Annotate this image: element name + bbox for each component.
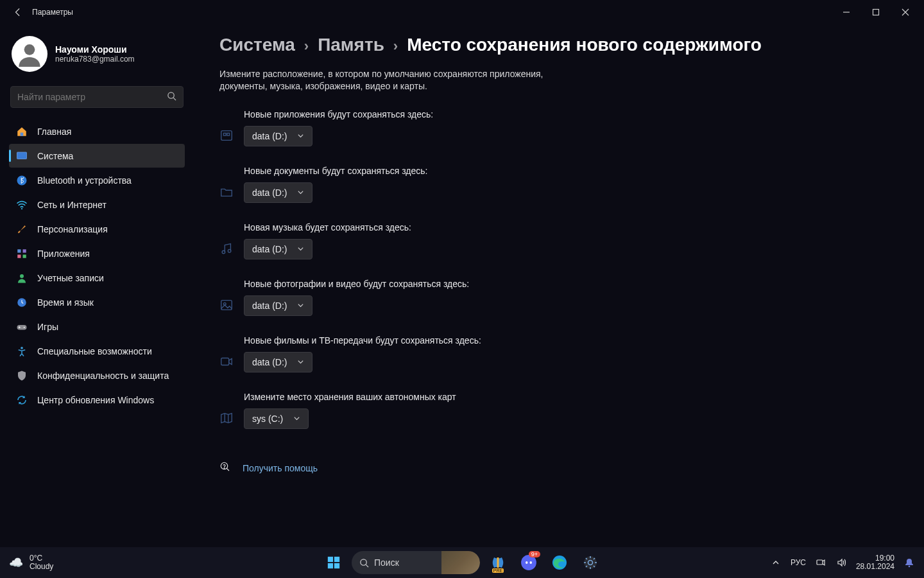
chevron-down-icon [297,188,304,198]
nav-time-language[interactable]: Время и язык [9,290,185,314]
close-button[interactable] [891,3,920,22]
taskbar-tray: РУС 19:00 28.01.2024 [770,554,915,571]
breadcrumb: Система › Память › Место сохранения ново… [219,35,905,55]
setting-dropdown[interactable]: data (D:) [244,126,312,146]
svg-point-37 [530,561,532,564]
dropdown-value: sys (C:) [252,414,283,424]
nav-system[interactable]: Система [9,144,185,168]
minimize-button[interactable] [832,3,861,22]
nav-accounts[interactable]: Учетные записи [9,266,185,290]
nav-label: Учетные записи [37,273,104,283]
svg-rect-26 [221,358,229,365]
profile-email: neruka783@gmail.com [55,55,135,64]
taskbar-edge[interactable] [547,550,572,575]
svg-point-18 [21,346,23,349]
breadcrumb-system[interactable]: Система [219,35,295,55]
setting-dropdown[interactable]: data (D:) [244,182,312,203]
map-icon [219,411,235,426]
svg-point-14 [20,274,24,278]
user-icon [15,272,28,285]
svg-point-33 [361,559,366,565]
svg-point-8 [17,175,27,185]
help-link[interactable]: Получить помощь [243,463,318,473]
nav-network[interactable]: Сеть и Интернет [9,193,185,216]
dropdown-value: data (D:) [252,131,287,141]
nav-label: Приложения [37,249,90,259]
tray-chevron-up-icon[interactable] [770,557,782,568]
help-icon [219,461,231,475]
svg-rect-11 [23,249,26,252]
search-icon [167,91,176,103]
search-icon [359,558,369,568]
nav-personalization[interactable]: Персонализация [9,217,185,241]
cloud-icon: ☁️ [9,556,23,570]
folder-icon [219,185,235,200]
nav-accessibility[interactable]: Специальные возможности [9,339,185,363]
nav-privacy[interactable]: Конфиденциальность и защита [9,363,185,387]
tray-clock[interactable]: 19:00 28.01.2024 [856,554,894,571]
setting-documents: Новые документы будут сохраняться здесь:… [219,166,905,203]
search-input[interactable] [17,92,167,102]
profile-block[interactable]: Науоми Хороши neruka783@gmail.com [9,33,185,82]
dropdown-value: data (D:) [252,357,287,367]
nav-home[interactable]: Главная [9,119,185,143]
update-icon [15,394,28,407]
svg-rect-21 [227,133,230,136]
discord-badge: 9+ [529,551,540,557]
taskbar-weather[interactable]: ☁️ 0°C Cloudy [9,554,53,571]
nav-bluetooth[interactable]: Bluetooth и устройства [9,168,185,192]
chevron-down-icon [293,414,300,424]
svg-rect-12 [17,254,21,258]
setting-label: Новая музыка будет сохраняться здесь: [244,222,411,232]
tray-notifications-icon[interactable] [903,557,915,568]
chevron-right-icon: › [393,38,398,55]
apps-save-icon [219,128,235,144]
setting-dropdown[interactable]: data (D:) [244,239,312,259]
accessibility-icon [15,345,28,358]
taskbar-discord[interactable]: 9+ [516,550,542,575]
taskbar-center: Поиск PRE 9+ [321,550,603,575]
nav-label: Специальные возможности [37,346,152,356]
svg-point-3 [168,92,174,98]
tray-volume-icon[interactable] [835,557,847,568]
nav-list: Главная Система Bluetooth и устройства С… [9,119,185,412]
start-button[interactable] [321,550,346,575]
nav-label: Время и язык [37,297,94,308]
svg-rect-19 [221,130,232,140]
nav-gaming[interactable]: Игры [9,315,185,338]
dropdown-value: data (D:) [252,244,287,254]
breadcrumb-storage[interactable]: Память [318,35,384,55]
nav-windows-update[interactable]: Центр обновления Windows [9,388,185,412]
svg-line-4 [173,98,176,100]
svg-rect-6 [17,152,27,159]
tray-network-icon[interactable] [815,557,826,568]
svg-point-36 [526,561,527,564]
setting-dropdown[interactable]: data (D:) [244,352,312,372]
nav-apps[interactable]: Приложения [9,241,185,265]
shield-icon [15,369,28,382]
tray-date: 28.01.2024 [856,563,894,571]
music-note-icon [219,241,235,257]
taskbar-search[interactable]: Поиск [352,551,480,574]
brush-icon [15,223,28,236]
nav-label: Bluetooth и устройства [37,175,132,186]
tray-language[interactable]: РУС [791,558,806,567]
taskbar-copilot[interactable]: PRE [485,550,511,575]
taskbar-search-label: Поиск [374,557,399,568]
search-box[interactable] [10,86,184,108]
setting-maps: Измените место хранения ваших автономных… [219,392,905,429]
setting-dropdown[interactable]: data (D:) [244,295,312,316]
svg-point-2 [24,44,35,55]
maximize-button[interactable] [861,3,891,22]
svg-rect-29 [328,557,333,562]
setting-photos: Новые фотографии и видео будут сохранять… [219,279,905,316]
chevron-down-icon [297,244,304,254]
back-button[interactable] [9,3,27,21]
setting-dropdown[interactable]: sys (C:) [244,408,309,429]
taskbar: ☁️ 0°C Cloudy Поиск PRE 9+ Р [0,547,924,578]
nav-label: Конфиденциальность и защита [37,371,169,381]
svg-rect-32 [334,563,339,568]
taskbar-settings[interactable] [578,550,603,575]
chevron-right-icon: › [304,38,309,55]
svg-line-34 [366,565,368,567]
